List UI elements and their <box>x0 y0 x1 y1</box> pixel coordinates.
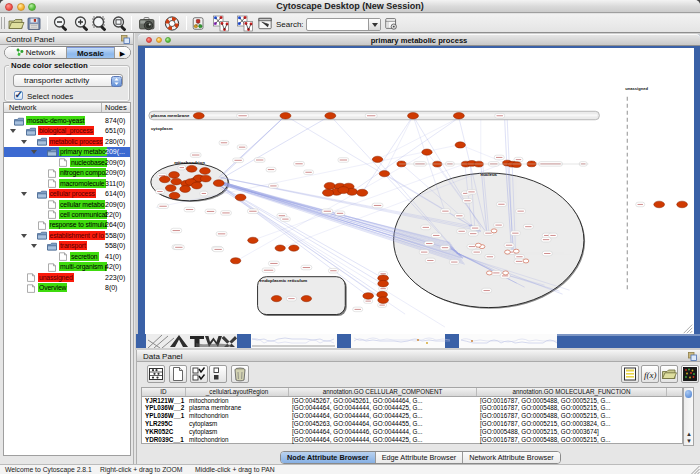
table-row[interactable]: YPL036W__2plasma membrane[GO:0044464, GO… <box>142 404 682 412</box>
table-row[interactable]: YLR295Ccytoplasm[GO:0045263, GO:0044464,… <box>142 420 682 428</box>
tree-label[interactable]: nitrogen compo <box>59 168 106 177</box>
search-input[interactable] <box>306 18 381 31</box>
tree-row-mosaic-demo-yeast[interactable]: mosaic-demo-yeast874(0) <box>4 116 130 126</box>
tree-expander-icon[interactable] <box>31 244 37 251</box>
float-panel-icon[interactable] <box>121 35 130 44</box>
tree-row-biological-process[interactable]: biological_process651(0) <box>4 126 130 136</box>
scroll-down-arrow[interactable]: ▼ <box>686 438 693 445</box>
attribute-panel-button[interactable] <box>147 365 165 383</box>
tree-row-overview[interactable]: Overview8(0) <box>4 283 130 293</box>
table-col-header[interactable]: _cellularLayoutRegion <box>186 388 289 396</box>
scroll-up-arrow[interactable]: ▲ <box>686 431 693 438</box>
table-row[interactable]: YKR052Ccytoplasm[GO:0044464, GO:0044446,… <box>142 428 682 436</box>
toolbar-drag-handle[interactable] <box>1 17 5 29</box>
zoom-selected-icon[interactable] <box>111 15 129 32</box>
network-view-frame[interactable]: primary metabolic process cytoplasmunass… <box>138 34 700 347</box>
float-datapanel-icon[interactable] <box>688 352 697 361</box>
save-icon[interactable] <box>25 15 43 32</box>
table-scrollbar-thumb[interactable] <box>685 390 692 398</box>
tree-row-metabolic-process[interactable]: metabolic process280(0) <box>4 136 130 146</box>
zoom-in-icon[interactable] <box>73 15 91 32</box>
tree-row-response-to-stimulu[interactable]: response to stimulu264(0) <box>4 220 130 230</box>
browser-tab-node[interactable]: Node Attribute Browser <box>281 452 376 463</box>
tree-row-unassigned[interactable]: unassigned223(0) <box>4 272 130 282</box>
network-frame-titlebar[interactable]: primary metabolic process <box>138 34 700 46</box>
control-panel-title: Control Panel <box>6 35 54 44</box>
table-row[interactable]: YPL036W__1mitochondrion[GO:0044464, GO:0… <box>142 412 682 420</box>
tree-label[interactable]: mosaic-demo-yeast <box>26 116 85 125</box>
snapshot-camera-icon[interactable] <box>137 15 156 32</box>
attribute-mode-button[interactable] <box>209 365 227 383</box>
tree-label[interactable]: cellular metabo <box>59 200 105 209</box>
select-nodes-label: Select nodes <box>27 92 73 101</box>
help-lifesaver-icon[interactable] <box>164 15 181 32</box>
tree-row-establishment-of-lo[interactable]: establishment of lo558(0) <box>4 230 130 240</box>
attribute-table[interactable]: ID_cellularLayoutRegionannotation.GO CEL… <box>141 387 683 444</box>
table-row[interactable]: YDR039C__1mitochondrion[GO:0044464, GO:0… <box>142 436 682 444</box>
status-pan-hint: Middle-click + drag to PAN <box>195 466 275 473</box>
tree-label[interactable]: response to stimulu <box>49 220 108 229</box>
zoom-out-icon[interactable] <box>52 15 70 32</box>
region-label-cytoplasm: cytoplasm <box>151 126 173 131</box>
tree-label[interactable]: multi-organism pro <box>59 262 107 271</box>
import-attributes-file-button[interactable] <box>621 365 639 383</box>
tree-label[interactable]: biological_process <box>38 126 94 135</box>
annotation-editor-icon[interactable] <box>257 15 274 32</box>
tree-row-transport[interactable]: transport558(0) <box>4 241 130 251</box>
tree-label[interactable]: primary metabol <box>59 147 107 156</box>
tree-label[interactable]: macromolecule <box>59 179 106 188</box>
browser-tab-edge[interactable]: Edge Attribute Browser <box>376 452 464 463</box>
window-titlebar[interactable]: Cytoscape Desktop (New Session) <box>0 0 700 13</box>
delete-attribute-button[interactable] <box>231 365 249 383</box>
tab-mosaic[interactable]: Mosaic <box>67 47 115 58</box>
tabs-overflow-arrow[interactable]: ▶ <box>115 47 130 58</box>
tree-label[interactable]: nucleobase- <box>70 158 107 167</box>
select-nodes-checkbox[interactable]: ✓ <box>14 91 23 100</box>
formula-builder-button[interactable]: f(x) <box>641 365 659 383</box>
browser-tab-network[interactable]: Network Attribute Browser <box>463 452 559 463</box>
network-canvas[interactable]: cytoplasmunassignedplasma membranemitoch… <box>145 48 694 334</box>
tree-label[interactable]: secretion <box>70 252 99 261</box>
matrix-view-button[interactable] <box>681 365 699 383</box>
search-options-icon[interactable] <box>384 15 400 32</box>
tree-row-macromolecule[interactable]: macromolecule311(0) <box>4 178 130 188</box>
open-folder-icon[interactable] <box>7 15 25 32</box>
frame-resize-grip[interactable] <box>684 325 693 334</box>
tree-expander-icon[interactable] <box>21 140 27 147</box>
tree-label[interactable]: cellular process <box>49 189 96 198</box>
tree-row-nucleobase-[interactable]: nucleobase-209(0) <box>4 157 130 167</box>
tree-label[interactable]: establishment of lo <box>49 231 105 240</box>
tree-row-secretion[interactable]: secretion41(0) <box>4 251 130 261</box>
node-color-dropdown[interactable]: transporter activity <box>13 74 123 87</box>
import-network-icon[interactable] <box>212 15 230 32</box>
zoom-fit-icon[interactable] <box>91 15 109 32</box>
tree-row-multi-organism-pro[interactable]: multi-organism pro42(0) <box>4 262 130 272</box>
search-dropdown-arrow[interactable] <box>368 19 380 30</box>
tree-label[interactable]: Overview <box>38 283 67 292</box>
tree-row-cellular-process[interactable]: cellular process614(0) <box>4 189 130 199</box>
tree-label[interactable]: cell communicat <box>59 210 107 219</box>
new-attribute-button[interactable] <box>169 365 187 383</box>
tree-row-cellular-metabo[interactable]: cellular metabo209(0) <box>4 199 130 209</box>
table-row[interactable]: YJR121W__1mitochondrion[GO:0045267, GO:0… <box>142 397 682 405</box>
window-resize-grip[interactable] <box>689 464 700 474</box>
import-network-alt-icon[interactable] <box>236 15 254 32</box>
tree-expander-icon[interactable] <box>21 234 27 241</box>
tree-label[interactable]: metabolic process <box>49 137 104 146</box>
table-col-header[interactable]: annotation.GO MOLECULAR_FUNCTION <box>477 388 667 396</box>
select-attributes-button[interactable] <box>190 365 208 383</box>
tree-label[interactable]: unassigned <box>38 273 74 282</box>
tree-row-cell-communicat[interactable]: cell communicat22(0) <box>4 209 130 219</box>
open-attributes-button[interactable] <box>660 365 678 383</box>
table-col-header[interactable]: ID <box>142 388 186 396</box>
tree-label[interactable]: transport <box>59 241 87 250</box>
tree-expander-icon[interactable] <box>21 192 27 199</box>
vizmapper-icon[interactable] <box>191 15 207 32</box>
tree-expander-icon[interactable] <box>10 129 16 136</box>
table-col-header[interactable]: annotation.GO CELLULAR_COMPONENT <box>289 388 477 396</box>
tree-row-primary-metabol[interactable]: primary metabol209(... <box>4 147 130 157</box>
tree-expander-icon[interactable] <box>31 150 37 157</box>
table-scrollbar[interactable]: ▲ ▼ <box>683 387 694 446</box>
tab-network[interactable]: Network <box>5 47 67 58</box>
tree-row-nitrogen-compo[interactable]: nitrogen compo209(0) <box>4 168 130 178</box>
